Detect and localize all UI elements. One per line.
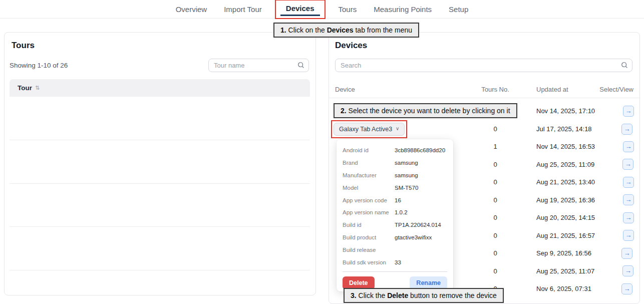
- arrow-right-icon: →: [625, 143, 632, 150]
- arrow-right-icon: →: [625, 161, 631, 167]
- select-view-button[interactable]: →: [621, 283, 632, 294]
- device-detail-label: Build product: [343, 234, 395, 240]
- device-dropdown-label: Galaxy Tab Active3: [339, 126, 392, 133]
- device-name-cell: Galaxy Tab Active3∨: [335, 120, 407, 138]
- updated-at-cell: Aug 20, 2025, 14:15: [515, 214, 595, 221]
- arrow-right-icon: →: [625, 179, 632, 185]
- updated-at-cell: Nov 14, 2025, 16:53: [515, 143, 595, 150]
- updated-at-cell: Nov 6, 2025, 07:31: [515, 285, 591, 292]
- updated-at-cell: Aug 21, 2025, 13:40: [515, 178, 595, 186]
- updated-at-cell: Aug 25, 2025, 11:07: [515, 267, 594, 275]
- annotation-step-2-number: 2.: [341, 107, 347, 115]
- tab-overview[interactable]: Overview: [176, 5, 207, 14]
- tours-no-cell: 0: [493, 178, 497, 186]
- device-detail-row: App version name 1.0.2: [343, 206, 447, 219]
- select-view-button[interactable]: →: [622, 265, 633, 276]
- device-detail-label: App version name: [343, 209, 395, 215]
- device-detail-value: samsung: [395, 160, 418, 166]
- sort-icon[interactable]: ⇅: [35, 85, 40, 91]
- tours-showing-count: Showing 1-10 of 26: [10, 62, 68, 69]
- device-detail-label: Brand: [343, 160, 395, 166]
- updated-at-cell: Nov 14, 2025, 17:10: [515, 107, 595, 115]
- device-detail-row: Brand samsung: [343, 157, 447, 169]
- arrow-right-icon: →: [624, 285, 630, 292]
- device-detail-row: App version code 16: [343, 194, 447, 206]
- select-view-button[interactable]: →: [623, 177, 634, 188]
- tours-no-cell: 0: [493, 267, 497, 275]
- tours-no-cell: 0: [493, 125, 497, 133]
- arrow-right-icon: →: [625, 108, 632, 114]
- updated-at-cell: Aug 21, 2025, 16:57: [515, 232, 595, 239]
- updated-at-cell: Jul 17, 2025, 14:18: [515, 125, 592, 133]
- device-detail-row: Build product gtactive3wifixx: [343, 231, 447, 244]
- tour-table-row[interactable]: [10, 227, 310, 270]
- top-navigation: Overview Import Tour Devices Tours Measu…: [0, 0, 644, 19]
- device-detail-label: Build id: [343, 222, 395, 228]
- tab-measuring-points[interactable]: Measuring Points: [374, 5, 432, 14]
- select-view-button[interactable]: →: [623, 212, 634, 223]
- device-detail-value: samsung: [395, 172, 418, 178]
- device-table-row[interactable]: Galaxy Tab Active3∨ 0 Jul 17, 2025, 14:1…: [329, 120, 639, 138]
- devices-search-input[interactable]: [335, 59, 632, 72]
- select-view-button[interactable]: →: [621, 124, 632, 135]
- device-detail-row: Build sdk version 33: [343, 256, 447, 268]
- device-dropdown-highlight-box: Galaxy Tab Active3∨: [331, 120, 407, 138]
- popup-divider: [343, 271, 447, 272]
- search-icon: [297, 62, 304, 69]
- device-detail-label: Manufacturer: [343, 172, 395, 178]
- select-view-button[interactable]: →: [621, 248, 632, 259]
- device-detail-row: Manufacturer samsung: [343, 169, 447, 182]
- tour-name-search-input[interactable]: [208, 59, 309, 72]
- tours-table-header[interactable]: Tour ⇅: [10, 79, 310, 97]
- arrow-right-icon: →: [624, 250, 630, 256]
- select-view-button[interactable]: →: [623, 141, 634, 152]
- device-detail-value: SM-T570: [395, 185, 418, 191]
- annotation-step-3-number: 3.: [351, 291, 357, 299]
- device-detail-row: Android id 3cb89886c689dd20: [343, 144, 447, 157]
- tab-tours[interactable]: Tours: [339, 5, 357, 14]
- tours-column-header: Tour: [18, 84, 32, 92]
- tours-no-cell: 1: [493, 143, 497, 150]
- annotation-step-1-number: 1.: [280, 26, 286, 34]
- tours-no-cell: 0: [493, 161, 497, 168]
- updated-at-cell: Aug 19, 2025, 16:36: [515, 196, 595, 204]
- select-view-button[interactable]: →: [623, 194, 634, 205]
- chevron-down-icon: ∨: [396, 126, 399, 131]
- updated-at-cell: Aug 25, 2025, 11:09: [515, 161, 594, 168]
- devices-table-header: Device Tours No. Updated at Select/View: [329, 81, 639, 98]
- device-detail-value: 3cb89886c689dd20: [395, 147, 445, 153]
- device-details-fields: Android id 3cb89886c689dd20 Brand samsun…: [343, 144, 447, 268]
- tab-setup[interactable]: Setup: [449, 5, 468, 14]
- devices-tab-highlight-box: Devices: [275, 0, 326, 19]
- device-detail-label: Build release: [343, 247, 395, 253]
- select-view-button[interactable]: →: [623, 106, 634, 117]
- arrow-right-icon: →: [625, 214, 632, 221]
- device-dropdown-trigger[interactable]: Galaxy Tab Active3∨: [334, 123, 405, 136]
- tours-no-cell: 0: [493, 196, 497, 204]
- tour-table-row[interactable]: [10, 97, 310, 140]
- tour-table-row[interactable]: [10, 184, 310, 227]
- device-detail-row: Build release: [343, 243, 447, 256]
- tab-import-tour[interactable]: Import Tour: [224, 5, 262, 14]
- arrow-right-icon: →: [625, 267, 631, 274]
- device-detail-value: TP1A.220624.014: [395, 222, 441, 228]
- arrow-right-icon: →: [625, 196, 632, 203]
- column-header-updated-at: Updated at: [515, 86, 568, 93]
- select-view-button[interactable]: →: [622, 159, 633, 170]
- tour-table-row[interactable]: [10, 140, 310, 184]
- tab-devices[interactable]: Devices: [286, 4, 314, 13]
- active-tab-underline: [280, 15, 320, 16]
- tour-table-row[interactable]: [10, 270, 310, 295]
- select-view-button[interactable]: →: [623, 230, 634, 241]
- annotation-step-3: 3. Click the Delete button to remove the…: [344, 288, 504, 303]
- updated-at-cell: Sep 9, 2025, 16:56: [515, 249, 591, 257]
- device-detail-label: Build sdk version: [343, 259, 395, 265]
- device-detail-value: 33: [395, 259, 401, 265]
- device-detail-row: Build id TP1A.220624.014: [343, 219, 447, 231]
- annotation-step-2: 2. Select the device you want to delete …: [334, 103, 517, 118]
- search-icon: [621, 62, 628, 69]
- device-detail-value: gtactive3wifixx: [395, 234, 432, 240]
- device-details-popup: Android id 3cb89886c689dd20 Brand samsun…: [337, 139, 453, 291]
- device-detail-label: Android id: [343, 147, 395, 153]
- column-header-tours-no: Tours No.: [481, 86, 509, 93]
